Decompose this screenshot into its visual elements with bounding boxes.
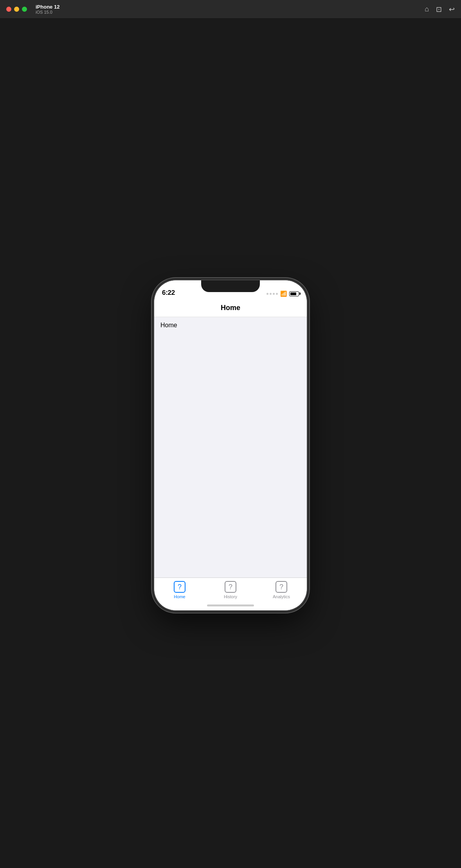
- phone-frame: 6:22 📶 Home: [154, 280, 307, 610]
- mac-titlebar: iPhone 12 iOS 15.0 ⌂ ⊡ ↩: [0, 0, 461, 19]
- wifi-icon: 📶: [280, 291, 287, 297]
- history-tab-icon: ?: [225, 581, 236, 593]
- titlebar-actions: ⌂ ⊡ ↩: [425, 5, 455, 14]
- device-name: iPhone 12: [36, 4, 59, 10]
- close-button[interactable]: [6, 7, 11, 12]
- tab-home[interactable]: ? Home: [154, 581, 205, 602]
- content-label: Home: [160, 322, 177, 328]
- rotate-icon[interactable]: ↩: [449, 5, 455, 14]
- notch: [201, 280, 260, 292]
- status-right-icons: 📶: [267, 291, 299, 297]
- main-content: Home: [154, 317, 307, 577]
- minimize-button[interactable]: [14, 7, 19, 12]
- home-indicator: [154, 602, 307, 610]
- nav-title: Home: [221, 304, 240, 312]
- signal-dots: [267, 293, 278, 295]
- fullscreen-button[interactable]: [22, 7, 27, 12]
- home-icon[interactable]: ⌂: [425, 5, 429, 13]
- history-tab-label: History: [224, 594, 237, 599]
- signal-dot-3: [273, 293, 275, 295]
- signal-dot-1: [267, 293, 268, 295]
- nav-header: Home: [154, 300, 307, 317]
- analytics-tab-icon: ?: [276, 581, 287, 593]
- signal-dot-2: [270, 293, 272, 295]
- ios-version: iOS 15.0: [36, 10, 59, 14]
- tab-history[interactable]: ? History: [205, 581, 256, 602]
- status-time: 6:22: [162, 289, 175, 297]
- traffic-lights: [6, 7, 27, 12]
- home-tab-icon: ?: [174, 581, 185, 593]
- phone-screen: 6:22 📶 Home: [154, 280, 307, 610]
- tab-analytics[interactable]: ? Analytics: [256, 581, 307, 602]
- phone-wrapper: 6:22 📶 Home: [154, 19, 307, 868]
- signal-dot-4: [276, 293, 278, 295]
- device-info: iPhone 12 iOS 15.0: [36, 4, 59, 14]
- screenshot-icon[interactable]: ⊡: [436, 5, 442, 14]
- battery-fill: [290, 292, 296, 295]
- status-bar: 6:22 📶: [154, 280, 307, 300]
- home-tab-label: Home: [174, 594, 185, 599]
- battery-icon: [289, 291, 299, 296]
- tab-bar: ? Home ? History ? Analytics: [154, 577, 307, 602]
- analytics-tab-label: Analytics: [273, 594, 290, 599]
- home-bar: [207, 604, 254, 606]
